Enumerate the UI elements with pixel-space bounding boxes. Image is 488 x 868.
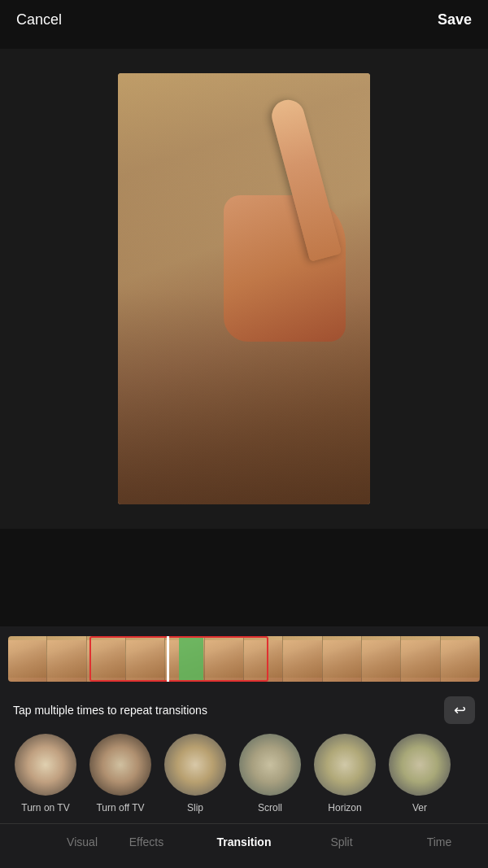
thumb-inner-horizon — [314, 734, 376, 796]
transition-label-slip: Slip — [187, 802, 203, 813]
undo-icon: ↩ — [454, 701, 466, 719]
thumb-inner-slip — [164, 734, 226, 796]
tab-transition[interactable]: Transition — [195, 832, 293, 852]
transition-thumb-vertical — [387, 732, 452, 797]
tab-visual[interactable]: Visual — [0, 832, 98, 852]
frame-7 — [244, 636, 283, 682]
cancel-button[interactable]: Cancel — [16, 11, 62, 28]
frame-2 — [47, 636, 86, 682]
undo-button[interactable]: ↩ — [444, 696, 475, 724]
timeline-strip[interactable] — [8, 636, 480, 682]
frame-1 — [8, 636, 47, 682]
transition-marker — [179, 636, 203, 682]
frame-11 — [401, 636, 440, 682]
timeline-frames — [8, 636, 480, 682]
thumb-inner-vertical — [389, 734, 451, 796]
thumb-inner-turn-off-tv — [89, 734, 151, 796]
transitions-row: Turn on TV Turn off TV Slip Scroll Horiz — [0, 732, 488, 823]
frame-10 — [362, 636, 401, 682]
transition-label-vertical: Ver — [412, 802, 427, 813]
video-frame — [118, 73, 370, 504]
instruction-text: Tap multiple times to repeat transitions — [13, 704, 207, 717]
frame-6 — [205, 636, 244, 682]
transition-item-turn-on-tv[interactable]: Turn on TV — [13, 732, 78, 813]
video-canvas — [118, 73, 370, 504]
save-button[interactable]: Save — [438, 11, 472, 28]
video-preview — [0, 49, 488, 529]
thumb-inner-scroll — [239, 734, 301, 796]
transition-thumb-turn-on-tv — [13, 732, 78, 797]
tab-split[interactable]: Split — [293, 832, 390, 852]
transition-item-turn-off-tv[interactable]: Turn off TV — [88, 732, 153, 813]
frame-12 — [441, 636, 480, 682]
transition-thumb-slip — [163, 732, 228, 797]
tab-bar: Visual Effects Transition Split Time — [0, 823, 488, 868]
timeline-container[interactable] — [0, 636, 488, 682]
transition-thumb-horizon — [312, 732, 377, 797]
transition-label-turn-on-tv: Turn on TV — [21, 802, 69, 813]
frame-4 — [126, 636, 165, 682]
instruction-row: Tap multiple times to repeat transitions… — [0, 691, 488, 732]
transition-item-horizon[interactable]: Horizon — [312, 732, 377, 813]
tab-effects[interactable]: Effects — [98, 832, 195, 852]
transition-thumb-turn-off-tv — [88, 732, 153, 797]
transition-item-vertical[interactable]: Ver — [387, 732, 452, 813]
controls-area: Tap multiple times to repeat transitions… — [0, 626, 488, 868]
header: Cancel Save — [0, 0, 488, 40]
playhead — [167, 636, 169, 682]
transition-item-scroll[interactable]: Scroll — [237, 732, 303, 813]
transition-label-scroll: Scroll — [258, 802, 282, 813]
frame-8 — [283, 636, 322, 682]
frame-9 — [323, 636, 362, 682]
frame-3 — [87, 636, 126, 682]
thumb-inner-turn-on-tv — [15, 734, 76, 796]
transition-label-horizon: Horizon — [328, 802, 361, 813]
tab-time[interactable]: Time — [390, 832, 488, 852]
transition-thumb-scroll — [237, 732, 303, 797]
transition-label-turn-off-tv: Turn off TV — [96, 802, 144, 813]
transition-item-slip[interactable]: Slip — [163, 732, 228, 813]
